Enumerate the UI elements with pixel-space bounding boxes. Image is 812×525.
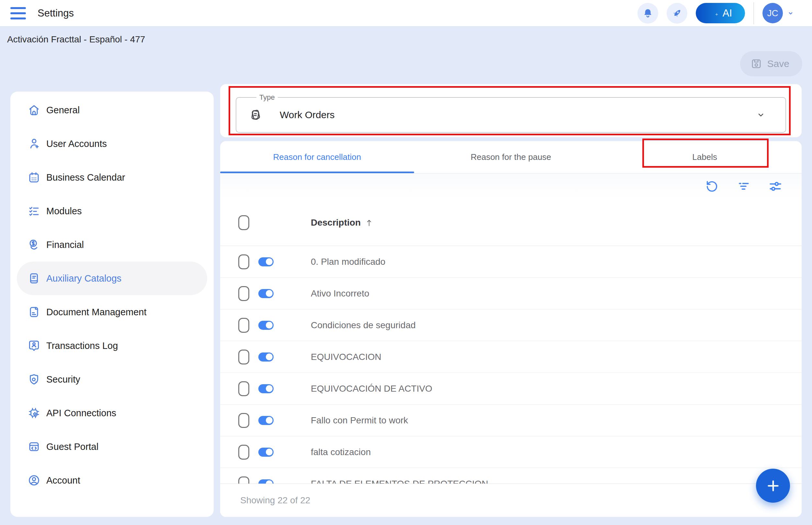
home-icon xyxy=(28,104,41,117)
sidebar-item-transactions-log[interactable]: Transactions Log xyxy=(17,329,207,362)
tab-reason-for-cancellation[interactable]: Reason for cancellation xyxy=(220,141,414,173)
add-button[interactable] xyxy=(756,469,790,502)
row-description: Ativo Incorreto xyxy=(311,288,369,299)
top-bar: Settings xyxy=(0,0,812,26)
breadcrumb: Activación Fracttal - Español - 477 xyxy=(7,34,145,45)
toggle-knob xyxy=(266,322,272,329)
table-body: 0. Plan modificadoAtivo IncorretoCondici… xyxy=(220,246,802,483)
table-toolbar xyxy=(220,174,802,199)
row-description: FALTA DE ELEMENTOS DE PROTECCION xyxy=(311,479,488,484)
chevron-down-icon[interactable] xyxy=(756,110,766,120)
type-card: Type Work Orders xyxy=(220,84,802,137)
sidebar-item-financial[interactable]: Financial xyxy=(17,228,207,261)
page-title: Settings xyxy=(38,7,74,19)
person-circle-icon xyxy=(28,474,41,487)
sidebar-item-label: User Accounts xyxy=(46,138,107,149)
tab-labels[interactable]: Labels xyxy=(608,141,802,173)
table-row[interactable]: FALTA DE ELEMENTOS DE PROTECCION xyxy=(220,468,802,483)
row-checkbox[interactable] xyxy=(238,254,249,269)
rocket-icon xyxy=(671,7,683,19)
settings-sidebar: GeneralUser AccountsBusiness CalendarMod… xyxy=(10,92,214,517)
toggle-knob xyxy=(266,258,272,265)
row-description: EQUIVOCACIÓN DE ACTIVO xyxy=(311,384,432,394)
table-row[interactable]: falta cotizacion xyxy=(220,436,802,468)
toggle-knob xyxy=(266,290,272,297)
table-row[interactable]: Ativo Incorreto xyxy=(220,278,802,310)
settings-page: Settings xyxy=(0,0,812,525)
sidebar-item-label: Security xyxy=(46,374,80,385)
table-footer: Showing 22 of 22 xyxy=(220,483,802,517)
document-icon xyxy=(28,305,41,318)
sort-ascending-icon xyxy=(365,218,374,227)
sliders-icon[interactable] xyxy=(768,179,783,194)
table-row[interactable]: Fallo con Permit to work xyxy=(220,405,802,436)
sidebar-item-guest-portal[interactable]: Guest Portal xyxy=(17,430,207,464)
toggle-knob xyxy=(266,417,272,424)
type-field-label: Type xyxy=(256,93,278,102)
ai-assistant-button[interactable]: + AI xyxy=(696,3,745,23)
sidebar-item-label: Auxiliary Catalogs xyxy=(46,273,121,284)
sidebar-item-account[interactable]: Account xyxy=(17,464,207,497)
toggle-knob xyxy=(266,449,272,455)
sidebar-item-modules[interactable]: Modules xyxy=(17,194,207,228)
sidebar-item-document-management[interactable]: Document Management xyxy=(17,295,207,329)
table-row[interactable]: EQUIVOCACION xyxy=(220,341,802,373)
menu-icon[interactable] xyxy=(10,7,26,19)
sidebar-item-auxiliary-catalogs[interactable]: Auxiliary Catalogs xyxy=(17,261,207,295)
book-icon xyxy=(28,272,41,285)
table-row[interactable]: Condiciones de seguridad xyxy=(220,310,802,341)
row-enabled-toggle[interactable] xyxy=(259,479,274,484)
select-all-checkbox[interactable] xyxy=(238,215,249,230)
row-checkbox[interactable] xyxy=(238,349,249,364)
type-select[interactable]: Type Work Orders xyxy=(236,97,786,133)
refresh-icon[interactable] xyxy=(705,179,719,194)
sidebar-item-api-connections[interactable]: API Connections xyxy=(17,396,207,430)
save-label: Save xyxy=(767,58,789,69)
sidebar-item-user-accounts[interactable]: User Accounts xyxy=(17,127,207,161)
dollar-coin-icon xyxy=(28,238,41,251)
calendar-icon xyxy=(28,171,41,184)
sidebar-item-security[interactable]: Security xyxy=(17,362,207,396)
work-order-icon xyxy=(248,107,263,122)
row-enabled-toggle[interactable] xyxy=(259,448,274,457)
sidebar-item-label: Guest Portal xyxy=(46,441,99,452)
row-enabled-toggle[interactable] xyxy=(259,416,274,425)
whats-new-button[interactable] xyxy=(667,3,687,24)
chevron-down-icon xyxy=(786,9,795,18)
notifications-button[interactable] xyxy=(637,3,658,24)
toggle-knob xyxy=(266,385,272,392)
row-checkbox[interactable] xyxy=(238,286,249,301)
table-row[interactable]: 0. Plan modificado xyxy=(220,246,802,278)
user-menu[interactable]: JC xyxy=(763,3,795,23)
row-checkbox[interactable] xyxy=(238,445,249,460)
description-column-header[interactable]: Description xyxy=(311,217,374,228)
table-row[interactable]: EQUIVOCACIÓN DE ACTIVO xyxy=(220,373,802,405)
row-enabled-toggle[interactable] xyxy=(259,352,274,362)
row-enabled-toggle[interactable] xyxy=(259,321,274,330)
row-enabled-toggle[interactable] xyxy=(259,257,274,266)
sidebar-item-label: Modules xyxy=(46,206,82,216)
browser-code-icon xyxy=(28,440,41,453)
avatar[interactable]: JC xyxy=(763,3,783,23)
save-button[interactable]: Save xyxy=(740,51,802,76)
sidebar-item-general[interactable]: General xyxy=(17,93,207,127)
sidebar-item-label: General xyxy=(46,105,80,116)
row-checkbox[interactable] xyxy=(238,413,249,428)
row-checkbox[interactable] xyxy=(238,477,249,484)
showing-count: Showing 22 of 22 xyxy=(240,495,310,506)
row-description: Fallo con Permit to work xyxy=(311,415,408,426)
row-description: Condiciones de seguridad xyxy=(311,320,416,330)
chip-gear-icon xyxy=(28,407,41,419)
sidebar-item-label: Financial xyxy=(46,240,84,250)
row-enabled-toggle[interactable] xyxy=(259,384,274,393)
row-enabled-toggle[interactable] xyxy=(259,289,274,298)
type-value: Work Orders xyxy=(280,109,335,120)
row-checkbox[interactable] xyxy=(238,381,249,396)
toggle-knob xyxy=(266,480,272,483)
user-plus-icon xyxy=(28,137,41,150)
filter-icon[interactable] xyxy=(736,179,751,194)
tab-reason-for-the-pause[interactable]: Reason for the pause xyxy=(414,141,608,173)
topbar-divider xyxy=(753,2,754,24)
row-checkbox[interactable] xyxy=(238,318,249,333)
sidebar-item-business-calendar[interactable]: Business Calendar xyxy=(17,161,207,194)
